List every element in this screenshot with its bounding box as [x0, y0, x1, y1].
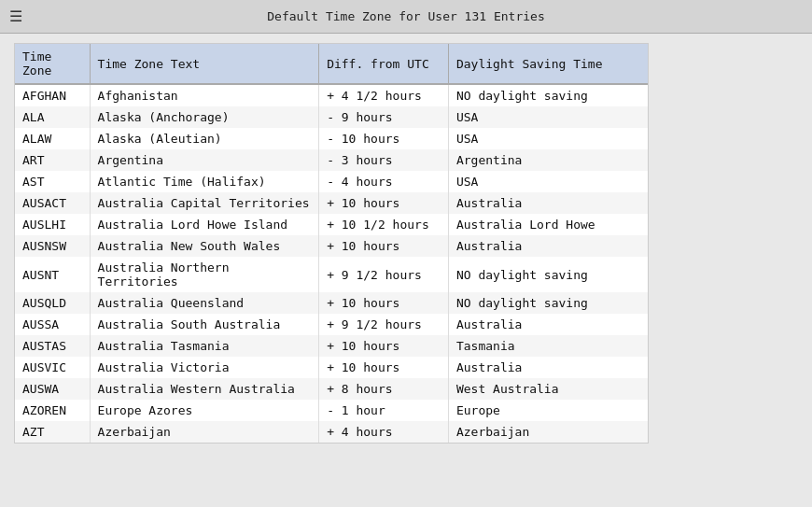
- cell-text: Europe Azores: [90, 400, 319, 421]
- cell-dst: Australia: [448, 192, 648, 214]
- cell-tz: ALA: [15, 106, 90, 128]
- cell-text: Australia Lord Howe Island: [90, 214, 319, 235]
- window-title: Default Time Zone for User 131 Entries: [267, 9, 544, 23]
- cell-text: Argentina: [90, 149, 319, 171]
- col-header-dst[interactable]: Daylight Saving Time: [448, 44, 648, 84]
- table-row[interactable]: ALAAlaska (Anchorage)- 9 hoursUSA: [15, 106, 648, 128]
- cell-text: Australia Queensland: [90, 292, 319, 314]
- table-row[interactable]: AUSLHIAustralia Lord Howe Island+ 10 1/2…: [15, 214, 648, 235]
- cell-text: Australia Northern Territories: [90, 257, 319, 292]
- table-row[interactable]: AUSACTAustralia Capital Territories+ 10 …: [15, 192, 648, 214]
- cell-tz: AUSWA: [15, 378, 90, 400]
- table-row[interactable]: AUSNTAustralia Northern Territories+ 9 1…: [15, 257, 648, 292]
- cell-dst: USA: [448, 106, 648, 128]
- cell-tz: AZOREN: [15, 400, 90, 421]
- table-row[interactable]: ARTArgentina- 3 hoursArgentina: [15, 149, 648, 171]
- cell-dst: Australia: [448, 357, 648, 378]
- cell-dst: USA: [448, 171, 648, 192]
- table-container: Time Zone Time Zone Text Diff. from UTC …: [14, 43, 649, 444]
- table-row[interactable]: AUSWAAustralia Western Australia+ 8 hour…: [15, 378, 648, 400]
- cell-text: Australia Capital Territories: [90, 192, 319, 214]
- cell-diff: - 3 hours: [319, 149, 449, 171]
- cell-dst: Australia: [448, 314, 648, 335]
- content-area: Time Zone Time Zone Text Diff. from UTC …: [0, 34, 812, 507]
- table-row[interactable]: AUSTASAustralia Tasmania+ 10 hoursTasman…: [15, 335, 648, 357]
- col-header-diff[interactable]: Diff. from UTC: [319, 44, 449, 84]
- table-row[interactable]: AUSNSWAustralia New South Wales+ 10 hour…: [15, 235, 648, 257]
- cell-tz: AUSSA: [15, 314, 90, 335]
- cell-dst: NO daylight saving: [448, 257, 648, 292]
- cell-diff: + 10 1/2 hours: [319, 214, 449, 235]
- cell-diff: + 10 hours: [319, 357, 449, 378]
- table-header-row: Time Zone Time Zone Text Diff. from UTC …: [15, 44, 648, 84]
- table-row[interactable]: AUSVICAustralia Victoria+ 10 hoursAustra…: [15, 357, 648, 378]
- table-row[interactable]: AZTAzerbaijan+ 4 hoursAzerbaijan: [15, 421, 648, 443]
- cell-dst: Tasmania: [448, 335, 648, 357]
- table-row[interactable]: ASTAtlantic Time (Halifax)- 4 hoursUSA: [15, 171, 648, 192]
- cell-tz: AUSQLD: [15, 292, 90, 314]
- cell-diff: + 8 hours: [319, 378, 449, 400]
- cell-text: Azerbaijan: [90, 421, 319, 443]
- cell-text: Australia Tasmania: [90, 335, 319, 357]
- cell-tz: ART: [15, 149, 90, 171]
- cell-diff: - 4 hours: [319, 171, 449, 192]
- main-window: ☰ Default Time Zone for User 131 Entries…: [0, 0, 812, 507]
- cell-diff: + 4 hours: [319, 421, 449, 443]
- col-header-text[interactable]: Time Zone Text: [90, 44, 319, 84]
- cell-dst: Europe: [448, 400, 648, 421]
- cell-tz: AUSNSW: [15, 235, 90, 257]
- col-header-tz[interactable]: Time Zone: [15, 44, 90, 84]
- table-row[interactable]: ALAWAlaska (Aleutian)- 10 hoursUSA: [15, 128, 648, 149]
- cell-text: Australia South Australia: [90, 314, 319, 335]
- cell-text: Afghanistan: [90, 84, 319, 106]
- cell-text: Alaska (Aleutian): [90, 128, 319, 149]
- cell-text: Australia Western Australia: [90, 378, 319, 400]
- cell-text: Australia Victoria: [90, 357, 319, 378]
- cell-diff: - 10 hours: [319, 128, 449, 149]
- cell-text: Australia New South Wales: [90, 235, 319, 257]
- cell-text: Alaska (Anchorage): [90, 106, 319, 128]
- cell-dst: Australia Lord Howe: [448, 214, 648, 235]
- cell-diff: + 10 hours: [319, 235, 449, 257]
- cell-dst: Argentina: [448, 149, 648, 171]
- table-row[interactable]: AUSQLDAustralia Queensland+ 10 hoursNO d…: [15, 292, 648, 314]
- table-row[interactable]: AFGHANAfghanistan+ 4 1/2 hoursNO dayligh…: [15, 84, 648, 106]
- cell-diff: - 1 hour: [319, 400, 449, 421]
- cell-tz: AUSACT: [15, 192, 90, 214]
- cell-tz: ALAW: [15, 128, 90, 149]
- cell-dst: USA: [448, 128, 648, 149]
- cell-tz: AFGHAN: [15, 84, 90, 106]
- timezone-table: Time Zone Time Zone Text Diff. from UTC …: [15, 44, 648, 443]
- cell-tz: AST: [15, 171, 90, 192]
- cell-dst: Australia: [448, 235, 648, 257]
- cell-diff: + 10 hours: [319, 292, 449, 314]
- cell-dst: NO daylight saving: [448, 292, 648, 314]
- titlebar: ☰ Default Time Zone for User 131 Entries: [0, 0, 812, 34]
- cell-tz: AUSVIC: [15, 357, 90, 378]
- cell-diff: + 9 1/2 hours: [319, 257, 449, 292]
- cell-diff: + 9 1/2 hours: [319, 314, 449, 335]
- cell-dst: West Australia: [448, 378, 648, 400]
- cell-diff: - 9 hours: [319, 106, 449, 128]
- cell-diff: + 4 1/2 hours: [319, 84, 449, 106]
- cell-tz: AUSLHI: [15, 214, 90, 235]
- cell-dst: Azerbaijan: [448, 421, 648, 443]
- cell-tz: AUSNT: [15, 257, 90, 292]
- table-row[interactable]: AUSSAAustralia South Australia+ 9 1/2 ho…: [15, 314, 648, 335]
- menu-icon[interactable]: ☰: [9, 7, 22, 25]
- cell-text: Atlantic Time (Halifax): [90, 171, 319, 192]
- cell-diff: + 10 hours: [319, 192, 449, 214]
- table-row[interactable]: AZORENEurope Azores- 1 hourEurope: [15, 400, 648, 421]
- cell-dst: NO daylight saving: [448, 84, 648, 106]
- cell-tz: AZT: [15, 421, 90, 443]
- cell-diff: + 10 hours: [319, 335, 449, 357]
- cell-tz: AUSTAS: [15, 335, 90, 357]
